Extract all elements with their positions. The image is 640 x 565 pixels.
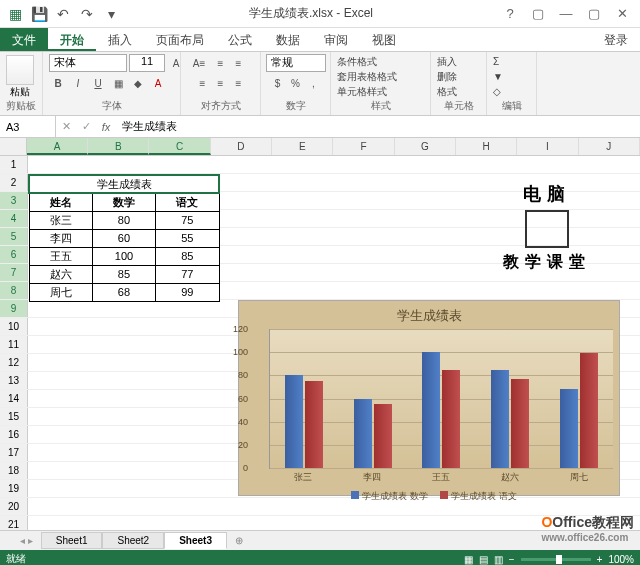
ribbon-options-icon[interactable]: ▢ bbox=[528, 6, 548, 21]
format-cells-button[interactable]: 格式 bbox=[437, 84, 457, 99]
view-layout-icon[interactable]: ▤ bbox=[479, 554, 488, 565]
align-center-icon[interactable]: ≡ bbox=[212, 74, 230, 92]
row-header[interactable]: 3 bbox=[0, 192, 28, 209]
row-header[interactable]: 13 bbox=[0, 372, 28, 389]
cell[interactable]: 68 bbox=[92, 283, 155, 301]
bold-icon[interactable]: B bbox=[49, 74, 67, 92]
worksheet-grid[interactable]: A B C D E F G H I J 12345678910111213141… bbox=[0, 138, 640, 530]
row-header[interactable]: 16 bbox=[0, 426, 28, 443]
view-normal-icon[interactable]: ▦ bbox=[464, 554, 473, 565]
cond-format-button[interactable]: 条件格式 bbox=[337, 54, 397, 69]
align-bot-icon[interactable]: ≡ bbox=[230, 54, 248, 72]
select-all-corner[interactable] bbox=[0, 138, 27, 155]
font-color-icon[interactable]: A bbox=[149, 74, 167, 92]
cell[interactable]: 60 bbox=[92, 229, 155, 247]
table-header[interactable]: 语文 bbox=[156, 193, 219, 211]
col-header[interactable]: C bbox=[149, 138, 210, 155]
row-header[interactable]: 11 bbox=[0, 336, 28, 353]
currency-icon[interactable]: $ bbox=[269, 74, 287, 92]
sheet-tab-1[interactable]: Sheet1 bbox=[41, 532, 103, 549]
tab-layout[interactable]: 页面布局 bbox=[144, 28, 216, 51]
comma-icon[interactable]: , bbox=[305, 74, 323, 92]
tab-insert[interactable]: 插入 bbox=[96, 28, 144, 51]
embedded-chart[interactable]: 学生成绩表 020406080100120 张三李四王五赵六周七 学生成绩表 数… bbox=[238, 300, 620, 496]
align-left-icon[interactable]: ≡ bbox=[194, 74, 212, 92]
number-format-select[interactable]: 常规 bbox=[266, 54, 326, 72]
tab-view[interactable]: 视图 bbox=[360, 28, 408, 51]
redo-icon[interactable]: ↷ bbox=[76, 4, 98, 24]
name-box[interactable]: A3 bbox=[0, 116, 56, 137]
table-header[interactable]: 数学 bbox=[92, 193, 155, 211]
row-header[interactable]: 2 bbox=[0, 174, 28, 191]
cancel-formula-icon[interactable]: ✕ bbox=[56, 120, 76, 133]
cell[interactable]: 张三 bbox=[29, 211, 92, 229]
font-name-select[interactable]: 宋体 bbox=[49, 54, 127, 72]
font-size-select[interactable]: 11 bbox=[129, 54, 165, 72]
table-format-button[interactable]: 套用表格格式 bbox=[337, 69, 397, 84]
sheet-nav-icon[interactable]: ◂ ▸ bbox=[20, 535, 33, 546]
cell[interactable]: 85 bbox=[156, 247, 219, 265]
italic-icon[interactable]: I bbox=[69, 74, 87, 92]
formula-input[interactable]: 学生成绩表 bbox=[116, 119, 640, 134]
row-header[interactable]: 21 bbox=[0, 516, 28, 530]
zoom-level[interactable]: 100% bbox=[608, 554, 634, 565]
tab-home[interactable]: 开始 bbox=[48, 28, 96, 51]
align-right-icon[interactable]: ≡ bbox=[230, 74, 248, 92]
cell-style-button[interactable]: 单元格样式 bbox=[337, 84, 397, 99]
cell[interactable]: 75 bbox=[156, 211, 219, 229]
cell[interactable]: 77 bbox=[156, 265, 219, 283]
cell[interactable]: 李四 bbox=[29, 229, 92, 247]
help-icon[interactable]: ? bbox=[500, 6, 520, 21]
fx-icon[interactable]: fx bbox=[96, 121, 116, 133]
row-header[interactable]: 17 bbox=[0, 444, 28, 461]
col-header[interactable]: F bbox=[333, 138, 394, 155]
sum-icon[interactable]: Σ bbox=[493, 54, 503, 69]
row-header[interactable]: 10 bbox=[0, 318, 28, 335]
close-icon[interactable]: ✕ bbox=[612, 6, 632, 21]
cell[interactable]: 王五 bbox=[29, 247, 92, 265]
undo-icon[interactable]: ↶ bbox=[52, 4, 74, 24]
paste-button[interactable]: 粘贴 bbox=[6, 55, 34, 99]
sheet-tab-2[interactable]: Sheet2 bbox=[102, 532, 164, 549]
table-header[interactable]: 姓名 bbox=[29, 193, 92, 211]
row-header[interactable]: 5 bbox=[0, 228, 28, 245]
delete-cells-button[interactable]: 删除 bbox=[437, 69, 457, 84]
row-header[interactable]: 4 bbox=[0, 210, 28, 227]
col-header[interactable]: J bbox=[579, 138, 640, 155]
zoom-slider[interactable] bbox=[521, 558, 591, 561]
row-header[interactable]: 15 bbox=[0, 408, 28, 425]
col-header[interactable]: E bbox=[272, 138, 333, 155]
row-header[interactable]: 12 bbox=[0, 354, 28, 371]
cell[interactable]: 100 bbox=[92, 247, 155, 265]
accept-formula-icon[interactable]: ✓ bbox=[76, 120, 96, 133]
zoom-in-icon[interactable]: + bbox=[597, 554, 603, 565]
row-header[interactable]: 8 bbox=[0, 282, 28, 299]
clear-icon[interactable]: ◇ bbox=[493, 84, 503, 99]
insert-cells-button[interactable]: 插入 bbox=[437, 54, 457, 69]
row-header[interactable]: 1 bbox=[0, 156, 28, 173]
fill-icon[interactable]: ▼ bbox=[493, 69, 503, 84]
border-icon[interactable]: ▦ bbox=[109, 74, 127, 92]
minimize-icon[interactable]: — bbox=[556, 6, 576, 21]
col-header[interactable]: G bbox=[395, 138, 456, 155]
col-header[interactable]: H bbox=[456, 138, 517, 155]
cell[interactable]: 周七 bbox=[29, 283, 92, 301]
zoom-out-icon[interactable]: − bbox=[509, 554, 515, 565]
new-sheet-icon[interactable]: ⊕ bbox=[227, 535, 251, 546]
col-header[interactable]: A bbox=[27, 138, 88, 155]
save-icon[interactable]: 💾 bbox=[28, 4, 50, 24]
align-mid-icon[interactable]: ≡ bbox=[212, 54, 230, 72]
row-header[interactable]: 7 bbox=[0, 264, 28, 281]
underline-icon[interactable]: U bbox=[89, 74, 107, 92]
tab-file[interactable]: 文件 bbox=[0, 28, 48, 51]
cell[interactable]: 80 bbox=[92, 211, 155, 229]
cell[interactable]: 55 bbox=[156, 229, 219, 247]
qat-dropdown-icon[interactable]: ▾ bbox=[100, 4, 122, 24]
fill-color-icon[interactable]: ◆ bbox=[129, 74, 147, 92]
tab-review[interactable]: 审阅 bbox=[312, 28, 360, 51]
col-header[interactable]: D bbox=[211, 138, 272, 155]
row-header[interactable]: 19 bbox=[0, 480, 28, 497]
maximize-icon[interactable]: ▢ bbox=[584, 6, 604, 21]
percent-icon[interactable]: % bbox=[287, 74, 305, 92]
col-header[interactable]: I bbox=[517, 138, 578, 155]
